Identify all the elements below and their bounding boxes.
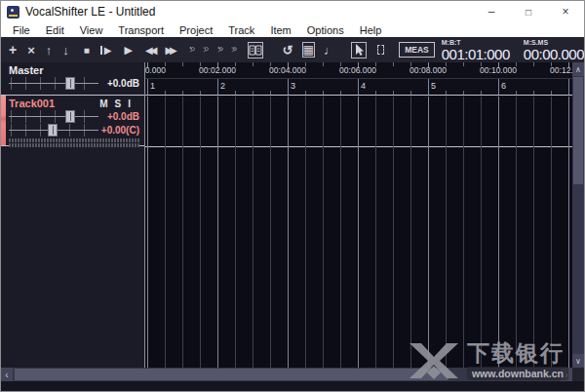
menu-track[interactable]: Track [220, 24, 262, 36]
pause-icon[interactable]: ▶ [100, 45, 112, 56]
maximize-button[interactable]: □ [510, 1, 547, 22]
gridline [323, 97, 324, 368]
time-label: 00:06.000 [339, 65, 376, 75]
track-gain-slider-handle[interactable] [65, 110, 75, 123]
gridline [393, 97, 394, 368]
master-gain-slider-handle[interactable] [65, 77, 75, 90]
ruler-tick [410, 91, 411, 96]
minimize-button[interactable]: – [473, 1, 510, 22]
gridline [463, 97, 464, 368]
app-icon [7, 6, 20, 19]
vertical-scrollbar-thumb[interactable] [573, 77, 583, 184]
zoom-out-vertical-icon[interactable] [231, 42, 237, 58]
rewind-icon[interactable]: ◀◀ [145, 45, 157, 56]
close-button[interactable]: × [547, 1, 584, 22]
horizontal-scrollbar-thumb[interactable] [15, 369, 448, 380]
move-up-icon[interactable]: ↑ [46, 43, 53, 58]
menu-bar: File Edit View Transport Project Track I… [1, 22, 584, 37]
ruler-tick [253, 62, 254, 66]
time-label: 00:08.000 [410, 65, 447, 75]
vertical-scrollbar[interactable]: ∧ ∨ [572, 62, 584, 368]
menu-view[interactable]: View [72, 24, 111, 36]
move-down-icon[interactable]: ↓ [62, 43, 69, 58]
gridline [182, 97, 183, 368]
measure-label: 4 [361, 81, 366, 91]
mbt-label: M:B:T [442, 39, 461, 46]
score-view-icon[interactable] [248, 42, 263, 59]
meas-button[interactable]: MEAS [399, 42, 435, 58]
scroll-left-button[interactable]: ‹ [1, 368, 13, 381]
grid-icon[interactable]: ▦ [302, 42, 315, 58]
play-icon[interactable]: ▶ [125, 44, 133, 57]
measure-label: 1 [150, 81, 155, 91]
gridline [200, 97, 201, 368]
msms-value: 00:00.000 [524, 47, 584, 61]
ruler-tick [568, 79, 569, 96]
gridline [288, 97, 289, 368]
ruler-tick [428, 79, 429, 96]
ruler-time[interactable]: 00:00.00000:02.00000:04.00000:06.00000:0… [145, 62, 574, 79]
solo-toggle[interactable]: S [115, 98, 122, 109]
ruler-measures[interactable]: 123456 [145, 79, 574, 96]
menu-item[interactable]: Item [262, 24, 298, 36]
msms-display: M:S.MS 00:00.000 [524, 39, 584, 61]
menu-file[interactable]: File [5, 24, 38, 36]
track-panel: Master +0.0dB Track001 M S I [1, 62, 145, 368]
mute-toggle[interactable]: M [99, 98, 107, 109]
ruler-tick [182, 62, 183, 66]
gridline [165, 97, 166, 368]
menu-edit[interactable]: Edit [38, 24, 72, 36]
master-gain-slider[interactable] [9, 77, 98, 90]
zoom-in-horizontal-icon[interactable] [189, 42, 195, 58]
stop-icon[interactable]: ■ [84, 45, 90, 56]
track-pitch-slider-handle[interactable] [48, 124, 58, 137]
gridline [481, 97, 482, 368]
track-pitch-value: +0.00(C) [101, 125, 139, 136]
level-meter [9, 138, 139, 147]
track-pitch-slider[interactable] [9, 124, 98, 137]
track-gain-slider[interactable] [9, 110, 98, 123]
mbt-value: 001:01:000 [442, 47, 510, 61]
gridline [410, 97, 411, 368]
menu-help[interactable]: Help [352, 24, 390, 36]
menu-transport[interactable]: Transport [110, 24, 172, 36]
selection-tool-icon[interactable] [377, 45, 384, 55]
ruler-tick [323, 62, 324, 66]
note-icon[interactable]: ♩ [324, 43, 336, 58]
delete-icon[interactable]: × [27, 43, 35, 58]
gridline [428, 97, 429, 368]
gridline [516, 97, 517, 368]
master-track-name: Master [9, 64, 43, 76]
grid-area[interactable] [145, 97, 574, 368]
pointer-tool-icon[interactable] [351, 42, 367, 59]
track-gain-value: +0.0dB [107, 111, 139, 122]
gridline [533, 97, 534, 368]
zoom-out-horizontal-icon[interactable] [203, 42, 209, 58]
master-track-header[interactable]: Master +0.0dB [1, 62, 144, 96]
scroll-down-button[interactable]: ∨ [572, 354, 584, 368]
track001-header[interactable]: Track001 M S I +0.0dB [1, 96, 144, 146]
ruler-tick [533, 91, 534, 96]
menu-options[interactable]: Options [299, 24, 352, 36]
measure-label: 6 [501, 81, 506, 91]
menu-project[interactable]: Project [172, 24, 220, 36]
loop-icon[interactable]: ↺ [283, 43, 293, 58]
watermark-logo-icon [409, 341, 459, 380]
gridline [551, 97, 552, 368]
zoom-in-vertical-icon[interactable] [217, 42, 223, 58]
timeline-ruler[interactable]: 00:00.00000:02.00000:04.00000:06.00000:0… [145, 62, 574, 96]
app-window: VocalShifter LE - Untitled – □ × File Ed… [0, 0, 585, 392]
ruler-tick [305, 91, 306, 96]
mbt-display: M:B:T 001:01:000 [442, 39, 510, 61]
measure-label: 3 [291, 81, 295, 91]
scroll-up-button[interactable]: ∧ [572, 62, 584, 76]
add-track-icon[interactable]: + [9, 42, 17, 58]
ruler-tick [358, 79, 359, 96]
ruler-tick [200, 91, 201, 96]
ruler-tick [551, 91, 552, 96]
measure-label: 5 [431, 81, 436, 91]
ruler-tick [253, 91, 254, 96]
window-controls: – □ × [473, 1, 584, 22]
input-toggle[interactable]: I [128, 98, 131, 109]
fast-forward-icon[interactable]: ▶▶ [165, 45, 176, 56]
